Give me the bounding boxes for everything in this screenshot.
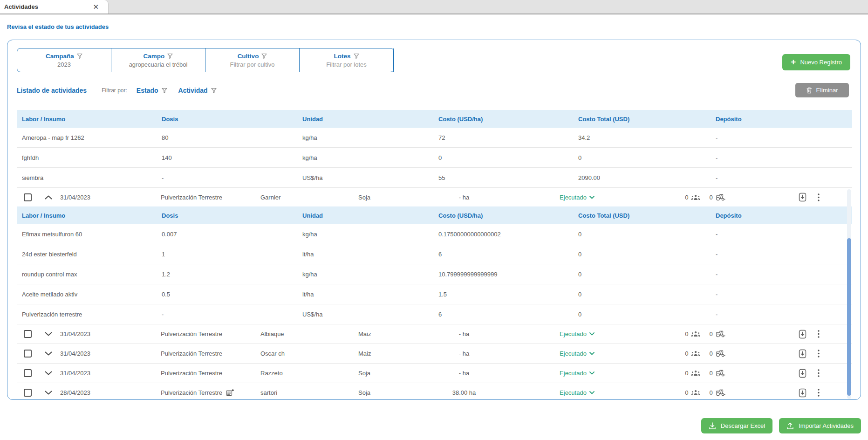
download-report-icon[interactable]	[799, 369, 807, 378]
download-report-icon[interactable]	[799, 388, 807, 398]
chevron-down-icon	[589, 371, 595, 375]
scrollbar-thumb[interactable]	[847, 238, 851, 396]
insumo-unidad: US$/ha	[297, 311, 433, 318]
insumo-deposito: -	[711, 154, 852, 161]
download-report-icon[interactable]	[799, 330, 807, 339]
tab-bar: Actividades ✕	[0, 0, 868, 14]
list-title: Listado de actividades	[17, 87, 87, 94]
review-activities-link[interactable]: Revisa el estado de tus actividades	[7, 23, 109, 30]
detail-header-cell: Unidad	[297, 116, 433, 123]
import-activities-button[interactable]: Importar Actividades	[779, 418, 861, 433]
close-tab-icon[interactable]: ✕	[93, 3, 99, 10]
scrollbar-track[interactable]	[847, 189, 851, 399]
row-checkbox[interactable]	[24, 193, 32, 201]
estado-value: Ejecutado	[560, 350, 587, 357]
estado-dropdown[interactable]: Ejecutado	[560, 350, 595, 357]
filter-box-label: Lotes	[334, 53, 350, 60]
insumo-dosis: -	[157, 174, 297, 181]
kebab-menu-icon[interactable]	[818, 350, 820, 358]
download-report-icon[interactable]	[799, 349, 807, 358]
tab-actividades[interactable]: Actividades ✕	[0, 0, 109, 14]
people-icon	[691, 351, 700, 357]
row-checkbox[interactable]	[24, 330, 32, 338]
chevron-down-icon	[589, 196, 595, 199]
row-checkbox[interactable]	[24, 350, 32, 358]
chevron-down-icon	[589, 391, 595, 394]
insumo-costo: 72	[433, 134, 573, 141]
activity-row: 31/04/2023 Pulverización Terrestre Oscar…	[17, 344, 852, 364]
activity-labor: Pulverización Terrestre	[161, 194, 222, 201]
filter-box-label-wrap: Campaña	[46, 53, 82, 60]
detail-header-cell: Labor / Insumo	[17, 212, 157, 219]
expand-chevron-icon[interactable]	[41, 351, 56, 356]
insumo-dosis: 1.2	[157, 271, 297, 278]
insumo-dosis: 0.5	[157, 291, 297, 298]
insumo-costo: 0	[433, 154, 573, 161]
maquinas-count: 0	[710, 370, 713, 377]
estado-value: Ejecutado	[560, 370, 587, 377]
insumo-row: Ameropa - map fr 1262 80 kg/ha 72 34.2 -	[17, 128, 852, 148]
insumo-deposito: -	[711, 134, 852, 141]
detail-header-cell: Dosis	[157, 116, 297, 123]
activity-date: 28/04/2023	[56, 389, 157, 396]
insumo-name: Aceite metilado aktiv	[17, 291, 157, 298]
delete-button[interactable]: Eliminar	[795, 83, 849, 97]
activity-labor: Pulverización Terrestre	[161, 389, 222, 396]
row-checkbox[interactable]	[24, 389, 32, 397]
filter-box[interactable]: Campaña 2023	[17, 48, 111, 72]
expand-chevron-icon[interactable]	[41, 332, 56, 336]
activity-row: 31/04/2023 Pulverización Terrestre Albia…	[17, 324, 852, 344]
detail-header-cell: Depósito	[711, 212, 852, 219]
estado-dropdown[interactable]: Ejecutado	[560, 389, 595, 396]
actividad-filter[interactable]: Actividad	[178, 87, 217, 94]
estado-dropdown[interactable]: Ejecutado	[560, 194, 595, 201]
expand-chevron-icon[interactable]	[41, 391, 56, 395]
insumo-unidad: kg/ha	[297, 231, 433, 238]
activity-campo: Razzeto	[257, 370, 355, 377]
row-checkbox[interactable]	[24, 369, 32, 377]
insumo-costo: 55	[433, 174, 573, 181]
filter-box-value[interactable]: agropecuaria el trébol	[129, 61, 188, 68]
activity-campo: Oscar ch	[257, 350, 355, 357]
insumo-unidad: US$/ha	[297, 174, 433, 181]
filter-box[interactable]: Cultivo Filtrar por cultivo	[205, 48, 300, 72]
filter-box-value[interactable]: Filtrar por lotes	[326, 61, 367, 68]
tab-title: Actividades	[4, 3, 38, 10]
operarios-count: 0	[685, 389, 688, 396]
filter-box-value[interactable]: Filtrar por cultivo	[230, 61, 274, 68]
new-record-button[interactable]: + Nuevo Registro	[782, 54, 850, 70]
people-icon	[691, 390, 700, 396]
tractor-icon	[715, 194, 725, 201]
people-icon	[691, 194, 700, 200]
estado-dropdown[interactable]: Ejecutado	[560, 330, 595, 337]
filter-box[interactable]: Lotes Filtrar por lotes	[300, 48, 394, 72]
insumo-name: 24d ester biesterfeld	[17, 251, 157, 258]
collapse-chevron-icon[interactable]	[41, 195, 56, 199]
kebab-menu-icon[interactable]	[818, 193, 820, 201]
filter-box-value[interactable]: 2023	[57, 61, 71, 68]
estado-value: Ejecutado	[560, 194, 587, 201]
actividad-filter-label: Actividad	[178, 87, 208, 94]
insumo-deposito: -	[711, 311, 852, 318]
activity-cultivo: Soja	[355, 389, 434, 396]
kebab-menu-icon[interactable]	[818, 330, 820, 338]
activities-table: Labor / Insumo Dosis Unidad Costo (USD/h…	[17, 110, 852, 400]
activity-row-expanded: 31/04/2023 Pulverización Terrestre Garni…	[17, 188, 852, 206]
activities-panel: Campaña 2023 Campo agropecuaria el trébo…	[7, 40, 861, 400]
estado-filter[interactable]: Estado	[137, 87, 167, 94]
insumo-name: fghfdh	[17, 154, 157, 161]
download-excel-button[interactable]: Descargar Excel	[701, 418, 772, 433]
insumo-deposito: -	[711, 174, 852, 181]
expand-chevron-icon[interactable]	[41, 371, 56, 375]
kebab-menu-icon[interactable]	[818, 369, 820, 377]
detail-header-cell: Labor / Insumo	[17, 116, 157, 123]
activity-hectares: 38.00 ha	[434, 389, 494, 396]
note-icon[interactable]	[226, 389, 234, 396]
estado-dropdown[interactable]: Ejecutado	[560, 370, 595, 377]
insumo-dosis: -	[157, 311, 297, 318]
insumo-name: Ameropa - map fr 1262	[17, 134, 157, 141]
activity-hectares: - ha	[434, 194, 494, 201]
kebab-menu-icon[interactable]	[818, 389, 820, 397]
download-report-icon[interactable]	[799, 192, 807, 202]
filter-box[interactable]: Campo agropecuaria el trébol	[111, 48, 205, 72]
